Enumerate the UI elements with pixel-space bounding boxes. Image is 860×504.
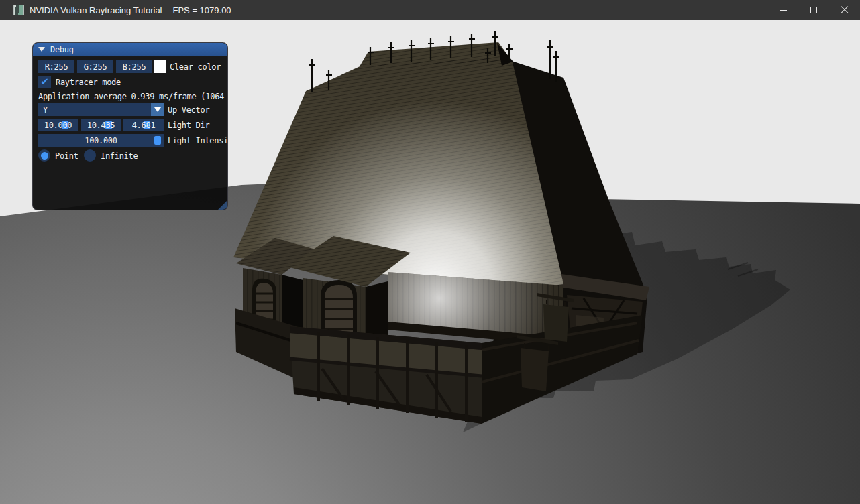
raytracer-mode-checkbox[interactable]: ✔ <box>38 76 51 88</box>
fps-counter: FPS = 1079.00 <box>173 5 231 15</box>
window-controls <box>767 0 860 20</box>
clear-color-row: R:255 G:255 B:255 Clear color <box>38 60 227 73</box>
minimize-icon <box>780 10 787 11</box>
minimize-button[interactable] <box>767 0 798 20</box>
close-icon <box>840 5 849 15</box>
close-button[interactable] <box>829 0 860 20</box>
chevron-down-icon[interactable] <box>151 103 164 116</box>
radio-point[interactable] <box>38 149 50 162</box>
light-dir-row: 10.000 10.435 4.681 Light Dir <box>38 119 227 131</box>
light-dir-y-slider[interactable]: 10.435 <box>81 119 121 131</box>
light-intensity-label: Light Intensity <box>168 136 228 145</box>
red-value-button[interactable]: R:255 <box>38 60 74 73</box>
light-dir-z-value: 4.681 <box>123 121 164 130</box>
stats-row: Application average 0.939 ms/frame (1064 <box>38 92 227 101</box>
radio-point-label: Point <box>55 151 78 161</box>
blue-value-button[interactable]: B:255 <box>116 60 152 73</box>
window-title: NVIDIA Vulkan Raytracing Tutorial <box>30 5 162 15</box>
up-vector-label: Up Vector <box>168 105 209 115</box>
debug-panel: Debug R:255 G:255 B:255 Clear color ✔ Ra… <box>32 42 228 210</box>
clear-color-label: Clear color <box>170 62 221 72</box>
light-dir-z-slider[interactable]: 4.681 <box>123 119 164 131</box>
light-intensity-value: 100.000 <box>38 136 164 145</box>
debug-panel-titlebar[interactable]: Debug <box>33 43 227 56</box>
up-vector-value: Y <box>43 105 48 115</box>
radio-infinite[interactable] <box>84 149 96 162</box>
maximize-button[interactable] <box>798 0 829 20</box>
raytracer-mode-row: ✔ Raytracer mode <box>38 76 227 88</box>
light-dir-label: Light Dir <box>168 121 209 130</box>
frame-stats-text: Application average 0.939 ms/frame (1064 <box>38 92 224 101</box>
light-type-row: Point Infinite <box>38 149 227 162</box>
triangle-down-icon[interactable] <box>38 47 45 52</box>
up-vector-row: Y Up Vector <box>38 103 227 116</box>
light-dir-y-value: 10.435 <box>81 121 121 130</box>
light-intensity-slider[interactable]: 100.000 <box>38 134 164 147</box>
up-vector-combo[interactable]: Y <box>38 103 164 116</box>
clear-color-swatch[interactable] <box>154 60 166 73</box>
light-dir-x-value: 10.000 <box>38 121 78 130</box>
green-value-button[interactable]: G:255 <box>77 60 113 73</box>
resize-grip[interactable] <box>218 200 227 210</box>
light-dir-x-slider[interactable]: 10.000 <box>38 119 78 131</box>
debug-panel-title: Debug <box>50 45 74 54</box>
radio-infinite-label: Infinite <box>101 151 138 161</box>
checkmark-icon: ✔ <box>40 77 48 87</box>
raytracer-mode-label: Raytracer mode <box>56 78 121 87</box>
maximize-icon <box>810 7 817 13</box>
app-icon <box>13 5 24 15</box>
light-intensity-row: 100.000 Light Intensity <box>38 134 227 147</box>
window-titlebar[interactable]: NVIDIA Vulkan Raytracing Tutorial FPS = … <box>0 0 860 20</box>
radio-selected-dot <box>41 152 48 160</box>
